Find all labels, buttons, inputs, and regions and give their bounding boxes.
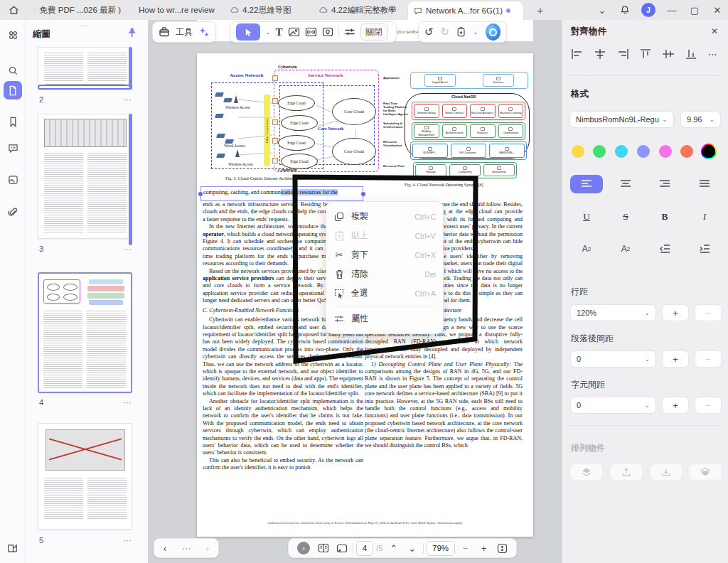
thumbnail-page-4-selected[interactable] [38,272,132,393]
tab-list-chevron-icon[interactable]: ⌄ [596,4,609,16]
nav-more-button[interactable]: ⋯ [178,543,194,554]
context-menu-copy[interactable]: 複製Ctrl+C [326,207,443,226]
selection-handle-left[interactable] [198,192,203,196]
close-edit-mode-button[interactable]: 關閉 [360,23,388,41]
nav-back-button[interactable]: ‹ [157,543,173,554]
tools-button[interactable]: 工具 [176,26,193,38]
panel-drag-handle[interactable]: ⋯ [80,21,88,31]
context-menu-delete[interactable]: 清除Del [326,264,443,284]
nav-forward-button[interactable]: › [200,543,215,554]
thumbnail-page-5[interactable] [38,423,132,530]
context-menu-cut[interactable]: ✂ 剪下Ctrl+X [326,245,443,264]
ai-sparkle-icon[interactable] [198,26,210,38]
text-selection-frame[interactable]: computing, caching, and communications r… [200,186,363,201]
character-spacing-select[interactable]: 0⌄ [570,397,656,414]
sidebar-scrollbar[interactable] [129,47,132,88]
presentation-mode-icon[interactable] [334,544,350,553]
pin-icon[interactable] [127,27,137,38]
thumbnail-more-button[interactable]: ⋯ [124,398,132,407]
character-spacing-increase-button[interactable]: + [662,397,689,414]
increase-indent-button[interactable] [694,242,715,256]
maximize-button[interactable]: ▢ [688,4,701,16]
add-image-tool-icon[interactable] [288,26,300,38]
clipboard-chevron-icon[interactable]: ⌄ [473,28,478,36]
bookmark-icon[interactable] [4,112,22,131]
font-size-select[interactable]: 9.96⌄ [680,111,721,128]
color-swatch-magenta[interactable] [659,145,672,158]
zoom-level-input[interactable]: 79% [427,541,455,556]
paragraph-spacing-select[interactable]: 0⌄ [570,350,656,368]
line-spacing-decrease-button[interactable]: − [695,304,722,321]
color-swatch-green[interactable] [593,145,606,158]
tab-doc-5-active[interactable]: Network A...for 6G(1) [408,1,523,20]
tab-doc-2[interactable]: How to wr...re review [129,0,216,20]
context-menu-properties[interactable]: 屬性 [326,309,443,328]
close-window-button[interactable]: ✕ [711,4,724,16]
text-align-right-button[interactable] [648,175,681,193]
send-backward-button-disabled[interactable] [650,463,682,481]
ai-assistant-orb[interactable] [486,23,500,41]
toolbox-icon[interactable] [159,26,170,38]
tab-doc-3[interactable]: 4.22思維导图 [224,0,304,20]
line-spacing-increase-button[interactable]: + [662,304,689,321]
autoscroll-play-button[interactable]: › [297,542,310,554]
new-tab-button[interactable]: + [533,3,547,17]
zoom-in-button[interactable]: + [476,543,492,554]
line-spacing-select[interactable]: 120%⌄ [570,304,656,321]
color-swatch-orange[interactable] [680,145,693,158]
bring-to-front-button-disabled[interactable] [570,463,603,481]
selected-text-line[interactable]: computing, caching, and communications r… [203,189,338,195]
align-middle-objects-icon[interactable] [659,47,678,61]
selection-handle-right[interactable] [361,192,365,196]
add-link-tool-icon[interactable] [305,26,317,38]
color-swatch-yellow[interactable] [572,145,584,158]
underline-button[interactable]: U [576,210,597,224]
text-align-justify-button[interactable] [688,175,721,193]
thumbnail-page-3[interactable] [38,114,132,239]
properties-sliders-icon[interactable] [344,27,355,37]
context-menu-paste-disabled[interactable]: 貼上Ctrl+V [326,226,443,245]
align-top-objects-icon[interactable] [636,47,655,61]
add-text-tool[interactable]: T [276,26,283,38]
avatar[interactable]: J [641,3,655,17]
font-family-select[interactable]: NimbusRomNo9L-Regu⌄ [569,111,674,128]
comments-icon[interactable] [4,139,22,158]
two-page-view-icon[interactable] [316,543,331,553]
superscript-button[interactable]: A2 [576,242,597,256]
sidebar-scrollbar[interactable] [129,114,132,245]
zoom-out-button[interactable]: − [458,543,473,554]
color-swatch-purple[interactable] [637,145,650,158]
align-left-objects-icon[interactable] [568,47,587,61]
select-tool-chevron-icon[interactable]: ⌄ [265,28,271,36]
strikethrough-button[interactable]: S [615,210,636,224]
subscript-button[interactable]: A2 [615,242,636,256]
attachment-paperclip-icon[interactable] [4,203,22,222]
more-align-options-icon[interactable]: ⋯ [703,47,722,61]
thumbnail-more-button[interactable]: ⋯ [124,95,132,104]
previous-page-button[interactable]: ⌃ [386,543,402,554]
stamp-location-tool-icon[interactable] [322,26,333,38]
color-picker-swatch[interactable] [701,144,717,159]
text-align-center-button[interactable] [609,175,642,193]
character-spacing-decrease-button[interactable]: − [695,397,722,414]
thumbnail-page-2[interactable] [38,47,132,90]
tab-doc-4[interactable]: 4.22編輯完整教學 [313,0,404,20]
tab-doc-1[interactable]: 免費 PDF ...026 最新 ) [28,0,127,20]
bold-button[interactable]: B [654,210,675,224]
align-center-objects-icon[interactable] [591,47,609,61]
home-icon[interactable] [6,3,21,17]
fit-page-button[interactable] [495,543,510,554]
italic-button[interactable]: I [694,210,715,224]
color-swatch-cyan[interactable] [615,145,628,158]
text-align-left-button-active[interactable] [570,175,603,193]
align-bottom-objects-icon[interactable] [682,47,700,61]
thumbnail-more-button[interactable]: ⋯ [124,245,132,254]
select-tool-button-active[interactable] [236,23,260,41]
thumbnail-more-button[interactable]: ⋯ [124,536,132,545]
redo-icon-disabled[interactable]: ↻ [441,26,450,38]
context-menu-select-all[interactable]: 全選Ctrl+A [326,284,443,303]
next-page-button[interactable]: ⌄ [405,543,420,554]
align-right-objects-icon[interactable] [614,47,632,61]
bring-forward-button-disabled[interactable] [610,463,643,481]
apps-grid-icon[interactable] [4,26,22,44]
